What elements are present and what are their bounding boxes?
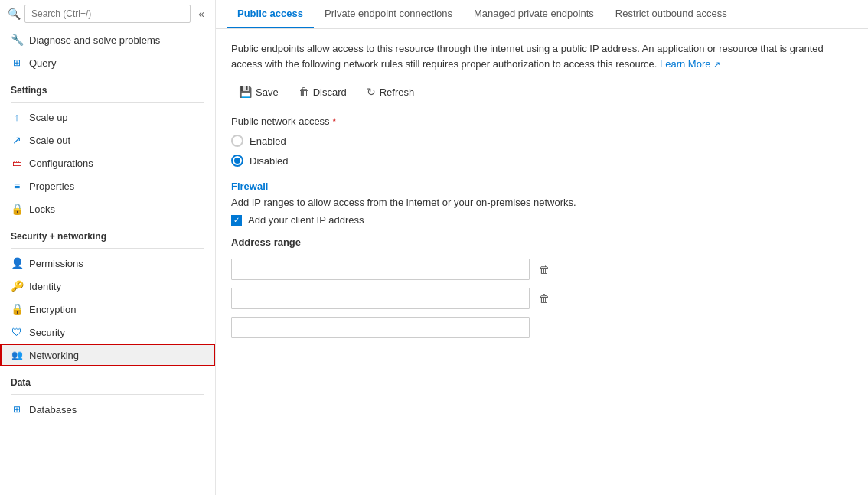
address-input-3[interactable]: [231, 317, 530, 338]
sidebar-item-databases[interactable]: ⊞ Databases: [0, 398, 215, 421]
sidebar: 🔍 « 🔧 Diagnose and solve problems ⊞ Quer…: [0, 0, 216, 495]
sidebar-item-label: Databases: [29, 404, 77, 415]
discard-button[interactable]: 🗑 Discard: [291, 82, 354, 102]
address-row-3: [231, 317, 853, 338]
tab-public-access[interactable]: Public access: [227, 0, 314, 28]
sidebar-item-properties[interactable]: ≡ Properties: [0, 174, 215, 197]
radio-disabled[interactable]: Disabled: [231, 155, 853, 167]
delete-address-1-button[interactable]: 🗑: [536, 262, 553, 277]
databases-icon: ⊞: [11, 403, 23, 415]
firewall-desc: Add IP ranges to allow access from the i…: [231, 197, 629, 208]
tab-managed-private[interactable]: Managed private endpoints: [463, 0, 605, 28]
sidebar-item-permissions[interactable]: 👤 Permissions: [0, 252, 215, 275]
radio-enabled-circle: [231, 135, 243, 147]
config-icon: 🗃: [11, 157, 23, 169]
sidebar-item-label: Scale out: [29, 135, 70, 146]
public-network-access-label: Public network access *: [231, 116, 853, 127]
sidebar-item-label: Query: [29, 57, 56, 69]
sidebar-item-scale-out[interactable]: ↗ Scale out: [0, 129, 215, 151]
properties-icon: ≡: [11, 180, 23, 192]
permissions-icon: 👤: [11, 257, 23, 269]
encryption-icon: 🔒: [11, 303, 23, 315]
tabs-bar: Public access Private endpoint connectio…: [216, 0, 868, 29]
divider3: [11, 394, 204, 395]
discard-icon: 🗑: [299, 86, 309, 98]
sidebar-item-label: Networking: [29, 350, 79, 361]
sidebar-item-label: Configurations: [29, 158, 93, 169]
public-access-radio-group: Enabled Disabled: [231, 135, 853, 167]
sidebar-item-label: Scale up: [29, 112, 68, 123]
divider: [11, 102, 204, 103]
learn-more-link[interactable]: Learn More: [660, 58, 720, 70]
delete-address-2-button[interactable]: 🗑: [536, 291, 553, 306]
checkbox-icon: [231, 215, 242, 226]
toolbar: 💾 Save 🗑 Discard ↻ Refresh: [231, 82, 853, 102]
trash-icon-2: 🗑: [539, 292, 550, 304]
info-text: Public endpoints allow access to this re…: [231, 41, 828, 71]
address-row-2: 🗑: [231, 288, 853, 309]
address-range-title: Address range: [231, 236, 853, 248]
wrench-icon: 🔧: [11, 34, 23, 46]
sidebar-search-container: 🔍 «: [0, 0, 215, 28]
sidebar-item-scale-up[interactable]: ↑ Scale up: [0, 106, 215, 129]
grid-icon: ⊞: [11, 57, 23, 69]
sidebar-item-networking[interactable]: 👥 Networking: [0, 344, 215, 366]
radio-enabled[interactable]: Enabled: [231, 135, 853, 147]
sidebar-item-label: Properties: [29, 181, 74, 192]
sidebar-item-label: Permissions: [29, 258, 83, 269]
refresh-icon: ↻: [367, 86, 376, 98]
search-icon: 🔍: [8, 8, 20, 20]
save-icon: 💾: [239, 86, 252, 98]
required-star: *: [332, 116, 336, 127]
radio-disabled-label: Disabled: [250, 155, 289, 167]
sidebar-item-configurations[interactable]: 🗃 Configurations: [0, 151, 215, 174]
lock-icon: 🔒: [11, 203, 23, 215]
sidebar-item-label: Locks: [29, 204, 55, 215]
security-section-label: Security + networking: [0, 220, 215, 245]
refresh-button[interactable]: ↻ Refresh: [359, 82, 423, 102]
add-client-ip-label: Add your client IP address: [248, 214, 364, 226]
scale-out-icon: ↗: [11, 134, 23, 146]
radio-disabled-circle: [231, 155, 243, 167]
content-area: Public endpoints allow access to this re…: [216, 29, 868, 495]
address-input-1[interactable]: [231, 259, 530, 280]
security-icon: 🛡: [11, 326, 23, 338]
add-client-ip-checkbox[interactable]: Add your client IP address: [231, 214, 853, 226]
trash-icon-1: 🗑: [539, 263, 550, 275]
search-input[interactable]: [24, 5, 191, 23]
sidebar-item-label: Diagnose and solve problems: [29, 34, 160, 46]
tab-private-endpoint[interactable]: Private endpoint connections: [314, 0, 463, 28]
identity-icon: 🔑: [11, 280, 23, 292]
scale-up-icon: ↑: [11, 111, 23, 123]
sidebar-item-identity[interactable]: 🔑 Identity: [0, 275, 215, 298]
save-button[interactable]: 💾 Save: [231, 82, 286, 102]
sidebar-item-label: Security: [29, 327, 65, 338]
settings-section-label: Settings: [0, 74, 215, 99]
main-content: Public access Private endpoint connectio…: [216, 0, 868, 495]
address-row-1: 🗑: [231, 259, 853, 280]
networking-icon: 👥: [11, 349, 23, 361]
collapse-sidebar-button[interactable]: «: [195, 6, 207, 21]
data-section-label: Data: [0, 366, 215, 391]
sidebar-item-label: Identity: [29, 281, 61, 292]
firewall-section-title: Firewall: [231, 181, 853, 192]
tab-restrict-outbound[interactable]: Restrict outbound access: [605, 0, 738, 28]
sidebar-item-encryption[interactable]: 🔒 Encryption: [0, 298, 215, 321]
sidebar-item-label: Encryption: [29, 304, 76, 315]
sidebar-item-query[interactable]: ⊞ Query: [0, 51, 215, 74]
radio-enabled-label: Enabled: [250, 135, 286, 147]
address-input-2[interactable]: [231, 288, 530, 309]
sidebar-item-locks[interactable]: 🔒 Locks: [0, 197, 215, 220]
divider2: [11, 248, 204, 249]
sidebar-item-diagnose[interactable]: 🔧 Diagnose and solve problems: [0, 28, 215, 51]
sidebar-item-security[interactable]: 🛡 Security: [0, 321, 215, 344]
